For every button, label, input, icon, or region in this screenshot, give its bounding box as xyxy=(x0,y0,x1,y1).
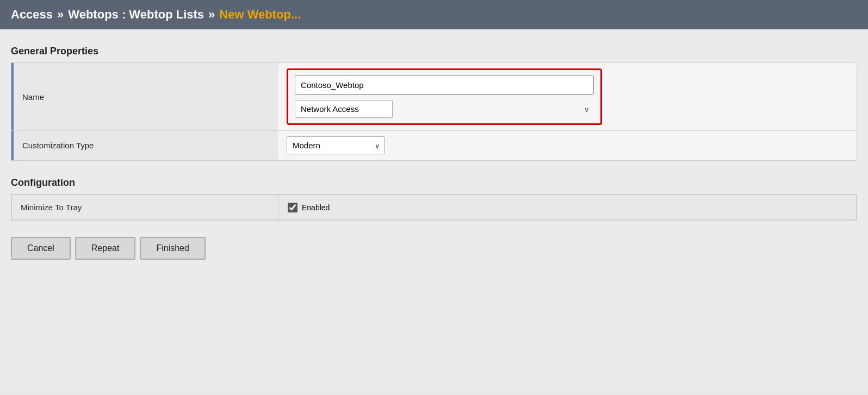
configuration-heading: Configuration xyxy=(11,177,857,189)
button-row: Cancel Repeat Finished xyxy=(11,231,857,260)
highlighted-fields-wrapper: Network Access Full Portal Access xyxy=(287,68,602,125)
breadcrumb-sep1: » xyxy=(57,8,64,22)
customization-type-row: Customization Type Modern Standard xyxy=(11,131,857,160)
minimize-to-tray-value-cell: Enabled xyxy=(278,195,856,220)
name-value-cell: Network Access Full Portal Access xyxy=(278,63,857,130)
minimize-to-tray-label: Minimize To Tray xyxy=(12,195,278,220)
name-row: Name Network Access Full Portal Access xyxy=(11,63,857,131)
type-select[interactable]: Network Access Full Portal Access xyxy=(295,100,393,118)
finished-button[interactable]: Finished xyxy=(140,237,205,260)
configuration-section: Configuration Minimize To Tray Enabled xyxy=(11,177,857,221)
customization-type-value-cell: Modern Standard xyxy=(278,131,857,160)
name-label: Name xyxy=(11,63,278,130)
general-properties-section: General Properties Name Network Access F… xyxy=(11,46,857,161)
breadcrumb-webtops: Webtops : Webtop Lists xyxy=(68,8,204,22)
main-content: General Properties Name Network Access F… xyxy=(0,29,868,392)
general-properties-heading: General Properties xyxy=(11,46,857,57)
enabled-label: Enabled xyxy=(302,203,330,212)
name-input[interactable] xyxy=(295,76,594,95)
type-select-wrapper: Network Access Full Portal Access xyxy=(295,100,594,118)
cancel-button[interactable]: Cancel xyxy=(11,237,71,260)
customization-type-select[interactable]: Modern Standard xyxy=(287,136,385,154)
breadcrumb-access: Access xyxy=(11,8,53,22)
breadcrumb-sep2: » xyxy=(208,8,215,22)
repeat-button[interactable]: Repeat xyxy=(75,237,136,260)
header-bar: Access » Webtops : Webtop Lists » New We… xyxy=(0,0,868,29)
minimize-to-tray-checkbox[interactable] xyxy=(288,203,297,212)
minimize-to-tray-row: Minimize To Tray Enabled xyxy=(11,195,857,220)
breadcrumb-current: New Webtop... xyxy=(219,8,301,22)
customization-type-label: Customization Type xyxy=(11,131,278,160)
customization-type-select-wrapper: Modern Standard xyxy=(287,136,385,154)
